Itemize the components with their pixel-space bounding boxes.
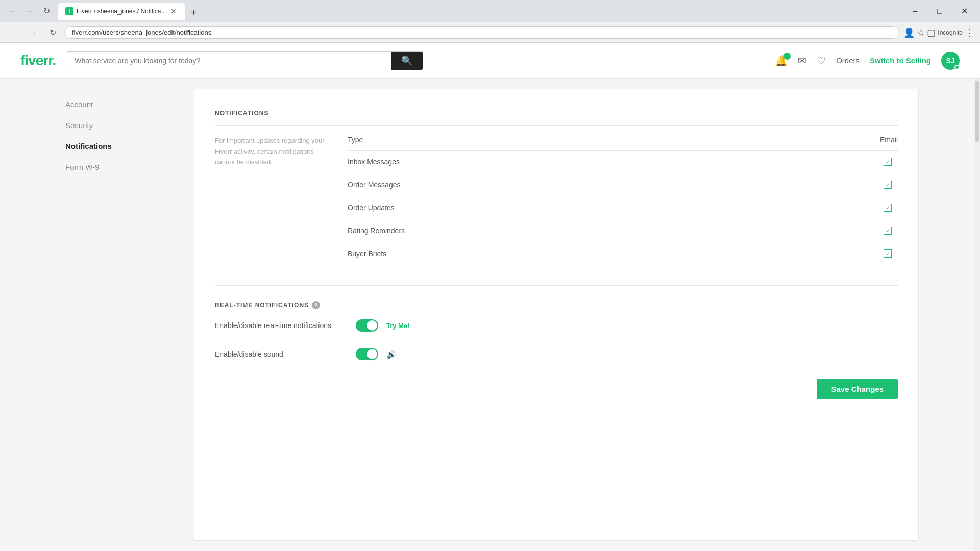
sidebar-item-security-label: Security	[65, 121, 93, 130]
orders-link[interactable]: Orders	[836, 56, 860, 65]
toggle-knob	[367, 320, 377, 331]
try-me-label[interactable]: Try Me!	[386, 322, 410, 330]
row-label-order-messages: Order Messages	[348, 181, 400, 189]
row-label-order-updates: Order Updates	[348, 204, 395, 212]
checkbox-cell-inbox	[877, 158, 898, 166]
notifications-grid: For important updates regarding your Fiv…	[215, 136, 898, 265]
browser-chrome: ← → ↻ f Fiverr / sheena_jones / Notifica…	[0, 0, 980, 22]
table-header: Type Email	[348, 136, 898, 151]
table-row: Buyer Briefs	[348, 242, 898, 265]
realtime-section: REAL-TIME NOTIFICATIONS ? Enable/disable…	[215, 301, 898, 368]
sidebar-item-account[interactable]: Account	[61, 94, 174, 115]
avatar[interactable]: SJ	[941, 52, 960, 70]
table-row: Rating Reminders	[348, 219, 898, 242]
messages-icon[interactable]: ✉	[798, 55, 806, 67]
more-button[interactable]: ⋮	[965, 27, 974, 38]
nav-icons: 🔔 ✉ ♡ Orders Switch to Selling SJ	[775, 52, 960, 70]
sidebar: Account Security Notifications Form W-9	[61, 89, 174, 541]
sidebar-item-notifications[interactable]: Notifications	[61, 136, 174, 157]
sound-toggle-label: Enable/disable sound	[215, 350, 348, 358]
favorites-icon[interactable]: ♡	[817, 55, 826, 67]
save-changes-button[interactable]: Save Changes	[817, 379, 898, 399]
address-bar: ← → ↻ fiverr.com/users/sheena_jones/edit…	[0, 22, 980, 43]
sound-toggle-row: Enable/disable sound 🔊	[215, 340, 898, 368]
tab-bar: f Fiverr / sheena_jones / Notifica... ✕ …	[58, 3, 899, 20]
close-button[interactable]: ✕	[952, 3, 976, 19]
save-section: Save Changes	[215, 368, 898, 399]
sound-toggle-switch[interactable]	[356, 348, 378, 360]
avatar-online-dot	[954, 65, 960, 70]
section-divider	[215, 285, 898, 286]
search-button[interactable]: 🔍	[391, 52, 423, 70]
bookmark-icon[interactable]: ☆	[917, 27, 925, 38]
window-controls[interactable]: – □ ✕	[903, 3, 976, 19]
addr-forward-button[interactable]: →	[26, 25, 41, 40]
realtime-title-text: REAL-TIME NOTIFICATIONS	[215, 302, 309, 309]
checkbox-cell-order-messages	[877, 181, 898, 189]
url-text: fiverr.com/users/sheena_jones/edit/notif…	[72, 29, 211, 36]
notifications-section-title: NOTIFICATIONS	[215, 110, 898, 126]
table-row: Order Messages	[348, 173, 898, 196]
sidebar-item-account-label: Account	[65, 100, 93, 109]
maximize-button[interactable]: □	[928, 3, 951, 19]
search-input[interactable]	[66, 52, 391, 70]
fiverr-navbar: fiverr. 🔍 🔔 ✉ ♡ Orders Switch to Selling…	[0, 43, 980, 79]
addr-reload-button[interactable]: ↻	[45, 25, 60, 40]
forward-button[interactable]: →	[21, 4, 37, 19]
avatar-initials: SJ	[946, 57, 954, 65]
sidebar-item-security[interactable]: Security	[61, 115, 174, 136]
row-label-inbox: Inbox Messages	[348, 158, 400, 166]
sidebar-item-form-w9[interactable]: Form W-9	[61, 157, 174, 178]
checkbox-inbox[interactable]	[884, 158, 892, 166]
address-bar-icons: 👤 ☆ ▢ Incognito ⋮	[903, 27, 974, 38]
notifications-table: Type Email Inbox Messages Order Messages	[348, 136, 898, 265]
scrollbar-track[interactable]	[974, 79, 980, 551]
fiverr-logo[interactable]: fiverr.	[20, 53, 56, 69]
search-container: 🔍	[66, 51, 423, 70]
column-type: Type	[348, 136, 363, 144]
back-button[interactable]: ←	[4, 4, 19, 19]
incognito-label: Incognito	[938, 27, 963, 38]
realtime-title: REAL-TIME NOTIFICATIONS ?	[215, 301, 898, 309]
profile-icon[interactable]: ▢	[927, 27, 936, 38]
sidebar-item-form-w9-label: Form W-9	[65, 163, 99, 171]
checkbox-cell-buyer-briefs	[877, 249, 898, 258]
help-icon[interactable]: ?	[312, 301, 320, 309]
checkbox-buyer-briefs[interactable]	[884, 249, 892, 258]
browser-nav-controls[interactable]: ← → ↻	[4, 4, 54, 19]
content-area: NOTIFICATIONS For important updates rega…	[194, 89, 919, 541]
checkbox-cell-rating-reminders	[877, 227, 898, 235]
checkbox-rating-reminders[interactable]	[884, 227, 892, 235]
checkbox-order-messages[interactable]	[884, 181, 892, 189]
row-label-buyer-briefs: Buyer Briefs	[348, 249, 386, 258]
tab-close-button[interactable]: ✕	[169, 7, 178, 16]
notification-badge	[783, 53, 791, 60]
addr-back-button[interactable]: ←	[6, 25, 21, 40]
new-tab-button[interactable]: +	[186, 6, 201, 20]
reload-button[interactable]: ↻	[39, 4, 54, 19]
realtime-toggle-switch[interactable]	[356, 319, 378, 332]
tab-favicon: f	[65, 7, 74, 15]
realtime-toggle-label: Enable/disable real-time notifications	[215, 321, 348, 330]
active-tab[interactable]: f Fiverr / sheena_jones / Notifica... ✕	[58, 3, 185, 20]
sidebar-item-notifications-label: Notifications	[65, 142, 112, 151]
table-row: Inbox Messages	[348, 151, 898, 173]
main-content: Account Security Notifications Form W-9 …	[0, 79, 980, 551]
table-row: Order Updates	[348, 196, 898, 219]
checkbox-order-updates[interactable]	[884, 204, 892, 212]
realtime-toggle-row: Enable/disable real-time notifications T…	[215, 311, 898, 340]
column-email: Email	[880, 136, 898, 144]
incognito-icon[interactable]: 👤	[903, 27, 915, 38]
sound-icon: 🔊	[386, 349, 397, 359]
minimize-button[interactable]: –	[903, 3, 927, 19]
switch-to-selling-link[interactable]: Switch to Selling	[870, 56, 931, 65]
scrollbar-thumb[interactable]	[975, 81, 979, 142]
tab-title: Fiverr / sheena_jones / Notifica...	[77, 8, 166, 15]
url-bar[interactable]: fiverr.com/users/sheena_jones/edit/notif…	[64, 26, 899, 39]
sound-toggle-knob	[367, 349, 377, 359]
checkbox-cell-order-updates	[877, 204, 898, 212]
row-label-rating-reminders: Rating Reminders	[348, 227, 405, 235]
notifications-icon[interactable]: 🔔	[775, 55, 788, 67]
notifications-description: For important updates regarding your Fiv…	[215, 136, 327, 265]
